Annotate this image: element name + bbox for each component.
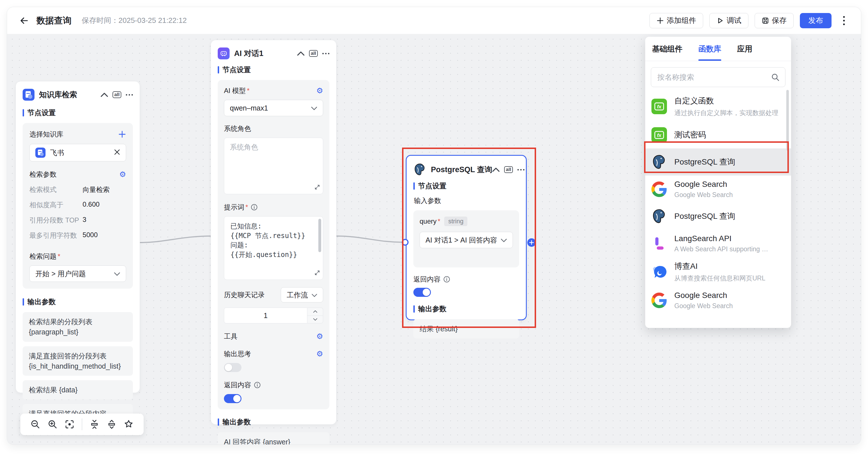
section-bar bbox=[23, 298, 24, 305]
remove-kb-button[interactable] bbox=[114, 149, 120, 157]
resize-icon[interactable] bbox=[314, 270, 320, 275]
list-item-postgresql-query[interactable]: PostgreSQL 查询 bbox=[645, 149, 791, 175]
list-item-langsearch-api[interactable]: LangSearch APIA Web Search API supportin… bbox=[645, 230, 791, 257]
section-bar bbox=[413, 305, 415, 313]
section-title: 输出参数 bbox=[418, 304, 446, 314]
top-bar: 数据查询 保存时间：2025-03-25 21:22:12 添加组件 调试 保存… bbox=[7, 7, 861, 34]
gear-icon[interactable]: ⚙ bbox=[316, 87, 323, 95]
zoom-out-button[interactable] bbox=[31, 420, 40, 429]
query-value-select[interactable]: AI 对话1 > AI 回答内容 bbox=[420, 232, 513, 248]
history-count-stepper[interactable] bbox=[307, 307, 323, 323]
history-label: 历史聊天记录 bbox=[224, 290, 265, 299]
stepper-up-button[interactable] bbox=[307, 308, 323, 316]
list-item-bocha-ai[interactable]: 博查AI从博查搜索任何信息和网页URL bbox=[645, 257, 791, 287]
history-mode-select[interactable]: 工作流 bbox=[281, 287, 323, 302]
ai-model-select[interactable]: qwen–max1 bbox=[224, 100, 323, 116]
zoom-in-button[interactable] bbox=[48, 420, 57, 429]
search-params-label: 检索参数 bbox=[29, 170, 57, 179]
question-select[interactable]: 开始 > 用户问题 bbox=[29, 265, 126, 282]
list-item-google-search[interactable]: Google SearchGoogle Web Search bbox=[645, 287, 791, 314]
save-label: 保存 bbox=[772, 15, 786, 26]
return-content-toggle[interactable] bbox=[224, 394, 242, 403]
list-item-google-search[interactable]: Google SearchGoogle Web Search bbox=[645, 175, 791, 203]
section-title: 节点设置 bbox=[418, 181, 446, 191]
run-data-badge[interactable]: all bbox=[504, 166, 513, 173]
more-menu-button[interactable] bbox=[838, 14, 850, 27]
save-time: 保存时间：2025-03-25 21:22:12 bbox=[82, 15, 187, 26]
save-button[interactable]: 保存 bbox=[755, 13, 794, 28]
back-button[interactable] bbox=[18, 14, 30, 27]
debug-button[interactable]: 调试 bbox=[709, 13, 748, 28]
item-subtitle: 从博查搜索任何信息和网页URL bbox=[674, 274, 765, 283]
collapse-icon[interactable] bbox=[492, 167, 500, 172]
expand-nodes-button[interactable] bbox=[107, 420, 117, 429]
feishu-doc-icon bbox=[35, 148, 45, 158]
add-component-button[interactable]: 添加组件 bbox=[649, 13, 703, 28]
node-knowledge-retrieval[interactable]: 知识库检索 all 节点设置 选择知识库 飞书 bbox=[16, 81, 140, 393]
tab-basic-components[interactable]: 基础组件 bbox=[652, 37, 683, 61]
search-input[interactable] bbox=[651, 67, 785, 87]
panel-scrollbar[interactable] bbox=[786, 90, 789, 151]
item-title: Google Search bbox=[674, 180, 733, 189]
resize-icon[interactable] bbox=[314, 184, 320, 190]
auto-layout-button[interactable] bbox=[124, 420, 133, 429]
section-bar bbox=[218, 66, 219, 73]
kb-selected-item[interactable]: 飞书 bbox=[29, 144, 126, 161]
panel-tabs: 基础组件 函数库 应用 bbox=[645, 37, 791, 61]
list-item-test-password[interactable]: fx 测试密码 bbox=[645, 121, 791, 149]
flow-canvas[interactable]: 知识库检索 all 节点设置 选择知识库 飞书 bbox=[7, 34, 861, 444]
collapse-nodes-button[interactable] bbox=[90, 420, 99, 429]
gear-icon[interactable]: ⚙ bbox=[316, 350, 323, 358]
list-item-postgresql-query[interactable]: PostgreSQL 查询 bbox=[645, 203, 791, 230]
history-count-input[interactable]: 1 bbox=[224, 307, 307, 323]
node-ai-chat[interactable]: AI 对话1 all 节点设置 AI 模型* ⚙ qwen–max1 bbox=[211, 40, 337, 425]
gear-icon[interactable]: ⚙ bbox=[316, 333, 323, 340]
query-value: AI 对话1 > AI 回答内容 bbox=[426, 235, 497, 245]
canvas-toolbar bbox=[20, 414, 144, 435]
auto-layout-star-icon bbox=[124, 420, 133, 429]
output-item: 结果 {result} bbox=[413, 319, 519, 338]
stepper-down-button[interactable] bbox=[307, 316, 323, 323]
svg-text:fx: fx bbox=[657, 133, 662, 138]
prompt-textarea[interactable]: 已知信息: {{MCP 节点.result}} 问题: {{开始.questio… bbox=[224, 216, 323, 280]
textarea-scrollbar[interactable] bbox=[318, 219, 321, 252]
system-role-textarea[interactable]: 系统角色 bbox=[224, 138, 323, 194]
tools-label: 工具 bbox=[224, 332, 238, 341]
list-item-custom-function[interactable]: fx 自定义函数通过执行自定义脚本，实现数据处理 bbox=[645, 92, 791, 121]
add-next-node-port[interactable] bbox=[527, 238, 536, 247]
google-icon bbox=[651, 182, 667, 197]
section-bar bbox=[413, 182, 415, 190]
prompt-label: 提示词* bbox=[224, 203, 248, 212]
output-thinking-toggle[interactable] bbox=[224, 363, 242, 372]
param-type-badge: string bbox=[444, 217, 467, 226]
node-postgresql-query[interactable]: PostgreSQL 查询 all 节点设置 输入参数 query* strin… bbox=[406, 155, 527, 320]
add-kb-icon[interactable] bbox=[118, 130, 126, 138]
output-item: AI 回答内容 {answer} bbox=[218, 432, 330, 444]
section-bar bbox=[23, 109, 24, 117]
input-port[interactable] bbox=[402, 239, 408, 246]
langsearch-icon bbox=[651, 236, 667, 251]
run-data-badge[interactable]: all bbox=[309, 50, 318, 57]
more-horizontal-icon[interactable] bbox=[126, 94, 133, 96]
info-icon bbox=[254, 382, 261, 388]
chevron-up-icon bbox=[313, 310, 317, 313]
run-data-badge[interactable]: all bbox=[113, 91, 121, 98]
publish-button[interactable]: 发布 bbox=[800, 13, 832, 28]
collapse-icon[interactable] bbox=[297, 51, 305, 56]
collapse-icon[interactable] bbox=[101, 92, 108, 97]
tab-function-library[interactable]: 函数库 bbox=[699, 37, 721, 61]
more-horizontal-icon[interactable] bbox=[322, 53, 330, 54]
more-horizontal-icon[interactable] bbox=[518, 169, 525, 170]
component-library-panel: 基础组件 函数库 应用 fx 自定义函数通过执行自定义脚本，实现数据处理 fx bbox=[645, 37, 791, 328]
fit-view-button[interactable] bbox=[65, 420, 74, 429]
return-content-toggle[interactable] bbox=[413, 288, 431, 297]
ai-model-label: AI 模型* bbox=[224, 86, 250, 95]
tab-applications[interactable]: 应用 bbox=[737, 37, 752, 61]
node-title: 知识库检索 bbox=[39, 90, 77, 100]
param-row: 相似度高于0.600 bbox=[29, 200, 126, 209]
return-content-label: 返回内容 bbox=[413, 275, 440, 284]
collapse-vertical-icon bbox=[90, 420, 99, 429]
gear-icon[interactable]: ⚙ bbox=[119, 171, 126, 179]
param-row: 最多引用字符数5000 bbox=[29, 231, 126, 240]
select-kb-label: 选择知识库 bbox=[29, 130, 63, 139]
